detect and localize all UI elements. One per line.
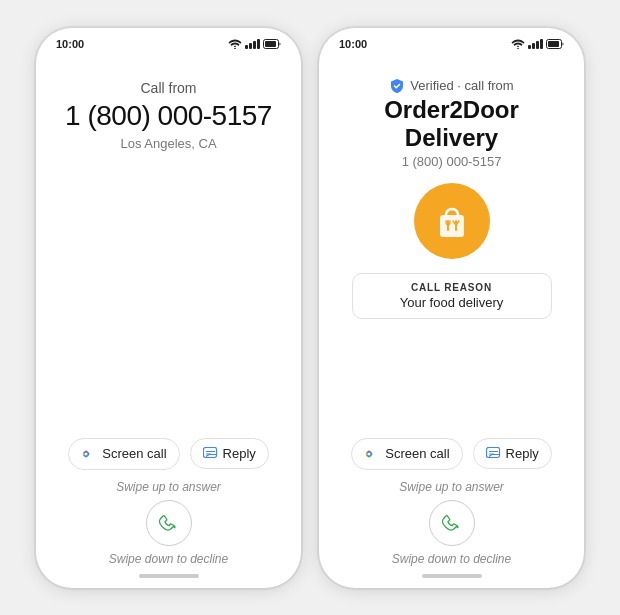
swipe-up-label-2: Swipe up to answer	[399, 480, 504, 494]
screen-call-button-2[interactable]: Screen call	[351, 438, 462, 470]
reply-icon-1	[203, 447, 218, 460]
screen-content-1: Call from 1 (800) 000-5157 Los Angeles, …	[36, 54, 301, 566]
answer-button-1[interactable]	[146, 500, 192, 546]
time-2: 10:00	[339, 38, 367, 50]
svg-point-24	[371, 453, 373, 455]
wifi-icon-2	[511, 39, 525, 49]
svg-point-6	[85, 450, 87, 452]
battery-icon-2	[546, 39, 564, 49]
reply-label-1: Reply	[223, 446, 256, 461]
home-indicator-1	[139, 574, 199, 578]
phone-2: 10:00	[319, 28, 584, 588]
swipe-down-label-1: Swipe down to decline	[109, 552, 228, 566]
location-label: Los Angeles, CA	[120, 136, 216, 151]
swipe-up-label-1: Swipe up to answer	[116, 480, 221, 494]
screen-call-label-1: Screen call	[102, 446, 166, 461]
phone-icon-1	[158, 512, 180, 534]
call-reason-box: CALL REASON Your food delivery	[352, 273, 552, 319]
bottom-section-1: Swipe up to answer Swipe down to decline	[56, 470, 281, 566]
actions-row-1: Screen call Reply	[58, 438, 279, 470]
home-indicator-2	[422, 574, 482, 578]
svg-point-20	[368, 452, 371, 455]
phone-icon-2	[441, 512, 463, 534]
svg-point-9	[88, 453, 90, 455]
call-reason-text: Your food delivery	[377, 295, 527, 310]
reply-icon-2	[486, 447, 501, 460]
battery-icon	[263, 39, 281, 49]
svg-point-8	[83, 453, 85, 455]
svg-rect-15	[548, 41, 559, 47]
answer-button-2[interactable]	[429, 500, 475, 546]
google-assistant-icon-2	[364, 446, 380, 462]
status-icons-2	[511, 39, 564, 49]
verified-row: Verified · call from	[389, 78, 513, 94]
call-from-label: Call from	[140, 80, 196, 96]
svg-rect-10	[203, 448, 216, 458]
delivery-icon-circle	[414, 183, 490, 259]
svg-point-23	[366, 453, 368, 455]
phone-number-large: 1 (800) 000-5157	[65, 100, 272, 132]
screen-call-button-1[interactable]: Screen call	[68, 438, 179, 470]
call-reason-title: CALL REASON	[377, 282, 527, 293]
status-bar-2: 10:00	[319, 28, 584, 54]
time-1: 10:00	[56, 38, 84, 50]
actions-row-2: Screen call Reply	[341, 438, 562, 470]
svg-rect-25	[486, 448, 499, 458]
caller-name: Order2Door Delivery	[339, 96, 564, 152]
svg-point-22	[368, 455, 370, 457]
reply-label-2: Reply	[506, 446, 539, 461]
wifi-icon	[228, 39, 242, 49]
phone-1: 10:00 Call from	[36, 28, 301, 588]
reply-button-1[interactable]: Reply	[190, 438, 269, 469]
svg-rect-16	[440, 215, 464, 237]
signal-icon	[245, 39, 260, 49]
status-bar-1: 10:00	[36, 28, 301, 54]
svg-point-21	[368, 450, 370, 452]
svg-point-7	[85, 455, 87, 457]
svg-rect-2	[265, 41, 276, 47]
delivery-bag-icon	[430, 199, 474, 243]
screen-call-label-2: Screen call	[385, 446, 449, 461]
bottom-section-2: Swipe up to answer Swipe down to decline	[339, 470, 564, 566]
status-icons-1	[228, 39, 281, 49]
signal-icon-2	[528, 39, 543, 49]
verified-text: Verified · call from	[410, 78, 513, 93]
svg-point-13	[517, 48, 519, 49]
verified-shield-icon	[389, 78, 405, 94]
svg-point-5	[85, 452, 88, 455]
screen-content-2: Verified · call from Order2Door Delivery…	[319, 54, 584, 566]
svg-point-0	[234, 48, 236, 49]
phone-number-2: 1 (800) 000-5157	[402, 154, 502, 169]
swipe-down-label-2: Swipe down to decline	[392, 552, 511, 566]
reply-button-2[interactable]: Reply	[473, 438, 552, 469]
google-assistant-icon	[81, 446, 97, 462]
